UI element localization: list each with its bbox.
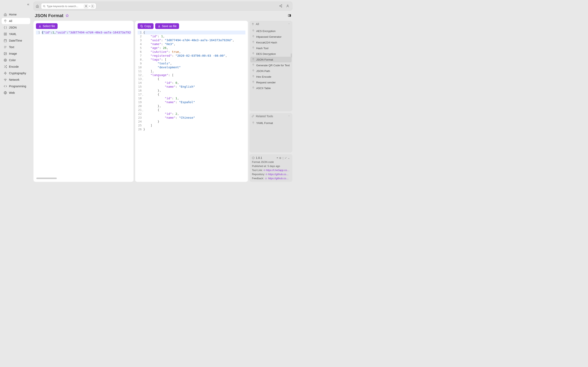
sidebar-item-yaml[interactable]: YAML — [2, 31, 30, 37]
tool-item-keccak224-hash[interactable]: Keccak224 Hash — [250, 40, 292, 45]
svg-rect-0 — [4, 33, 5, 34]
tool-item-json-format[interactable]: JSON Format — [250, 57, 292, 62]
topbar: ⌘ + K — [34, 2, 292, 11]
svg-marker-28 — [66, 14, 68, 17]
sidebar-item-json[interactable]: JSON — [2, 25, 30, 31]
sidebar-item-text[interactable]: Text — [2, 44, 30, 50]
tool-item-json-path[interactable]: JSON Path — [250, 68, 292, 74]
sidebar-item-encode[interactable]: Encode — [2, 64, 30, 70]
tool-item-label: Hex Encode — [256, 75, 271, 78]
sidebar-item-network[interactable]: Network — [2, 77, 30, 83]
sidebar: HomeAllJSONYAMLDate/TimeTextImageColorEn… — [0, 0, 32, 184]
svg-line-21 — [45, 7, 45, 7]
collapse-sidebar-icon[interactable] — [26, 3, 30, 7]
tool-item-htpasswd-generator[interactable]: Htpasswd Generator — [250, 34, 292, 40]
tools-panel-header[interactable]: All — [250, 21, 292, 27]
tool-item-aes-encryption[interactable]: AES Encryption — [250, 28, 292, 34]
target-icon — [4, 58, 7, 62]
tools-scrollbar[interactable] — [291, 53, 292, 58]
tool-item-hash-tool[interactable]: Hash Tool — [250, 45, 292, 51]
pin-icon — [252, 75, 255, 78]
tool-link[interactable]: https://t.he3app.co… — [266, 169, 290, 172]
pin-icon — [252, 81, 255, 84]
related-item-yaml-format[interactable]: YAML Format — [250, 120, 292, 126]
info-description: Format JSON code — [252, 161, 290, 164]
sidebar-item-label: JSON — [9, 26, 17, 29]
shuffle-icon — [4, 65, 7, 68]
image-icon — [4, 52, 7, 55]
repo-link[interactable]: https://github.com… — [268, 173, 290, 176]
svg-point-9 — [5, 53, 5, 53]
feedback-link[interactable]: https://github.com/… — [268, 177, 290, 180]
tool-info-panel: 1.0.1 ⚭ ⊕ ◌ ✓ ⌄ Format JSON code Publish… — [250, 154, 292, 182]
grid-icon — [4, 33, 7, 36]
tool-item-label: Request sender — [256, 81, 276, 84]
share-icon[interactable] — [278, 3, 283, 9]
svg-line-26 — [280, 5, 281, 6]
info-published: Published at: 5 days ago — [252, 165, 290, 167]
tool-item-label: Hash Tool — [256, 47, 268, 50]
pin-icon — [252, 122, 255, 125]
sidebar-item-label: Image — [9, 52, 17, 55]
info-icon — [252, 157, 255, 159]
info-repository: Repository: ⎋ https://github.com… — [252, 173, 290, 176]
horizontal-scrollbar[interactable] — [36, 178, 57, 179]
toggle-panel-icon[interactable] — [288, 14, 291, 18]
check-icon[interactable]: ✓ — [285, 156, 287, 159]
sidebar-item-image[interactable]: Image — [2, 50, 30, 57]
sidebar-item-cryptography[interactable]: Cryptography — [2, 70, 30, 76]
info-feedback: Feedback: ☺ https://github.com/… — [252, 177, 290, 180]
favorite-star-icon[interactable] — [66, 14, 69, 18]
globe-icon[interactable]: ⊕ — [279, 156, 281, 159]
tool-item-hex-encode[interactable]: Hex Encode — [250, 74, 292, 80]
sidebar-item-label: All — [9, 19, 12, 23]
tool-item-ascii-table[interactable]: ASCII Table — [250, 85, 292, 91]
svg-rect-31 — [290, 14, 291, 17]
sidebar-item-label: Encode — [9, 65, 18, 68]
sidebar-item-label: Color — [9, 58, 16, 62]
home-icon — [4, 13, 7, 16]
copy-button[interactable]: Copy — [138, 23, 154, 29]
sidebar-item-date-time[interactable]: Date/Time — [2, 38, 30, 44]
user-icon[interactable] — [285, 3, 290, 9]
pin-icon — [252, 41, 255, 44]
svg-marker-16 — [4, 72, 7, 75]
home-button[interactable] — [36, 4, 39, 8]
sidebar-item-label: Text — [9, 45, 14, 49]
input-code-editor[interactable]: 1 {"id":1,"uuid":"3d877494-e7d4-48e3-aa7… — [36, 31, 131, 179]
tool-item-request-sender[interactable]: Request sender — [250, 80, 292, 85]
sidebar-item-home[interactable]: Home — [2, 11, 30, 17]
save-as-file-button[interactable]: Save as file — [155, 23, 179, 29]
svg-rect-2 — [6, 34, 7, 35]
related-tools-header[interactable]: Related Tools — [250, 113, 292, 119]
plug-icon[interactable]: ⚭ — [276, 156, 278, 159]
select-file-button[interactable]: Select file — [36, 23, 58, 29]
sidebar-item-label: Home — [9, 13, 17, 16]
github-icon[interactable]: ◌ — [282, 156, 284, 159]
svg-line-25 — [280, 6, 281, 7]
sidebar-item-label: Cryptography — [9, 72, 26, 75]
input-editor-panel: Select file 1 {"id":1,"uuid":"3d877494-e… — [34, 21, 134, 182]
sidebar-item-label: Programming — [9, 85, 26, 88]
sidebar-item-all[interactable]: All — [2, 18, 30, 24]
page-title: JSON Format — [35, 13, 63, 18]
link-icon — [251, 115, 254, 117]
sidebar-item-color[interactable]: Color — [2, 57, 30, 63]
svg-line-15 — [4, 66, 5, 66]
pin-icon — [252, 64, 255, 67]
svg-point-20 — [43, 5, 45, 7]
search-input[interactable] — [47, 5, 83, 8]
search-input-wrap[interactable]: ⌘ + K — [41, 3, 96, 9]
svg-rect-33 — [141, 26, 143, 27]
tools-panel: All AES EncryptionHtpasswd GeneratorKecc… — [250, 21, 292, 111]
chevron-down-icon[interactable]: ⌄ — [288, 156, 290, 159]
pin-icon — [252, 58, 255, 61]
tool-item-generate-qr-code-for-text[interactable]: Generate QR Code for Text — [250, 62, 292, 68]
tool-item-des-decryption[interactable]: DES Decryption — [250, 51, 292, 57]
info-icons: ⚭ ⊕ ◌ ✓ ⌄ — [276, 156, 290, 159]
tool-item-label: ASCII Table — [256, 87, 271, 90]
sidebar-item-web[interactable]: Web — [2, 90, 30, 96]
sidebar-item-label: Web — [9, 91, 15, 94]
output-code-editor[interactable]: 1234567891011121314151617181920212223242… — [138, 31, 245, 179]
sidebar-item-programming[interactable]: Programming — [2, 83, 30, 89]
